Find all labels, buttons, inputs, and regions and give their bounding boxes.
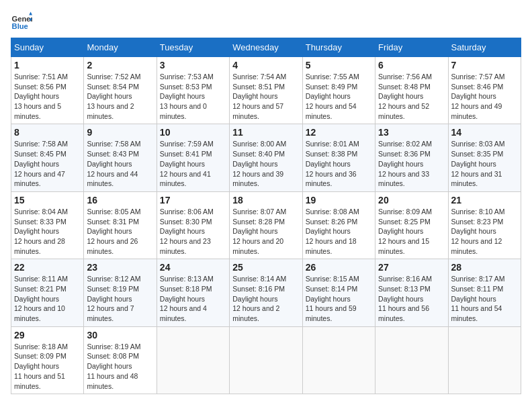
- calendar-cell: 28 Sunrise: 8:17 AM Sunset: 8:11 PM Dayl…: [448, 259, 521, 326]
- calendar-table: SundayMondayTuesdayWednesdayThursdayFrid…: [11, 38, 521, 394]
- calendar-cell: [157, 326, 229, 394]
- day-number: 21: [451, 195, 518, 205]
- day-number: 26: [306, 262, 372, 273]
- day-number: 24: [160, 262, 226, 273]
- logo-icon: General Blue: [11, 11, 32, 32]
- day-number: 2: [87, 60, 153, 71]
- day-number: 25: [232, 262, 299, 273]
- calendar-cell: 26 Sunrise: 8:15 AM Sunset: 8:14 PM Dayl…: [302, 259, 375, 326]
- calendar-cell: 24 Sunrise: 8:13 AM Sunset: 8:18 PM Dayl…: [157, 259, 229, 326]
- day-info: Sunrise: 7:55 AM Sunset: 8:49 PM Dayligh…: [306, 72, 372, 121]
- day-number: 12: [306, 127, 372, 138]
- day-info: Sunrise: 8:10 AM Sunset: 8:23 PM Dayligh…: [451, 207, 518, 256]
- calendar-cell: 17 Sunrise: 8:06 AM Sunset: 8:30 PM Dayl…: [157, 191, 229, 259]
- weekday-header-row: SundayMondayTuesdayWednesdayThursdayFrid…: [11, 38, 521, 57]
- week-row-3: 15 Sunrise: 8:04 AM Sunset: 8:33 PM Dayl…: [11, 191, 521, 259]
- day-number: 20: [378, 195, 445, 205]
- calendar-cell: [448, 326, 521, 394]
- day-number: 8: [14, 127, 81, 138]
- day-number: 27: [378, 262, 445, 273]
- day-number: 29: [14, 330, 81, 340]
- calendar-cell: 21 Sunrise: 8:10 AM Sunset: 8:23 PM Dayl…: [448, 191, 521, 259]
- calendar-cell: [230, 326, 302, 394]
- day-info: Sunrise: 8:14 AM Sunset: 8:16 PM Dayligh…: [232, 274, 299, 323]
- day-info: Sunrise: 7:51 AM Sunset: 8:56 PM Dayligh…: [14, 72, 81, 121]
- day-number: 14: [451, 127, 518, 138]
- calendar-cell: 5 Sunrise: 7:55 AM Sunset: 8:49 PM Dayli…: [302, 57, 375, 124]
- weekday-header-saturday: Saturday: [448, 38, 521, 57]
- day-info: Sunrise: 8:09 AM Sunset: 8:25 PM Dayligh…: [378, 207, 445, 256]
- logo: General Blue: [11, 11, 35, 32]
- day-number: 3: [160, 60, 226, 71]
- day-info: Sunrise: 7:56 AM Sunset: 8:48 PM Dayligh…: [378, 72, 445, 121]
- day-number: 4: [232, 60, 299, 71]
- svg-text:General: General: [12, 15, 32, 23]
- weekday-header-tuesday: Tuesday: [157, 38, 229, 57]
- day-number: 15: [14, 195, 81, 205]
- week-row-4: 22 Sunrise: 8:11 AM Sunset: 8:21 PM Dayl…: [11, 259, 521, 326]
- day-info: Sunrise: 7:57 AM Sunset: 8:46 PM Dayligh…: [451, 72, 518, 121]
- day-info: Sunrise: 8:05 AM Sunset: 8:31 PM Dayligh…: [87, 207, 153, 256]
- svg-marker-2: [29, 12, 32, 15]
- day-info: Sunrise: 8:15 AM Sunset: 8:14 PM Dayligh…: [306, 274, 372, 323]
- week-row-1: 1 Sunrise: 7:51 AM Sunset: 8:56 PM Dayli…: [11, 57, 521, 124]
- week-row-2: 8 Sunrise: 7:58 AM Sunset: 8:45 PM Dayli…: [11, 124, 521, 191]
- day-info: Sunrise: 7:58 AM Sunset: 8:45 PM Dayligh…: [14, 139, 81, 188]
- day-number: 17: [160, 195, 226, 205]
- day-info: Sunrise: 8:08 AM Sunset: 8:26 PM Dayligh…: [306, 207, 372, 256]
- day-number: 9: [87, 127, 153, 138]
- svg-text:Blue: Blue: [12, 22, 28, 30]
- calendar-cell: 12 Sunrise: 8:01 AM Sunset: 8:38 PM Dayl…: [302, 124, 375, 191]
- day-number: 23: [87, 262, 153, 273]
- day-number: 18: [232, 195, 299, 205]
- calendar-cell: 27 Sunrise: 8:16 AM Sunset: 8:13 PM Dayl…: [375, 259, 448, 326]
- calendar-cell: 2 Sunrise: 7:52 AM Sunset: 8:54 PM Dayli…: [84, 57, 157, 124]
- calendar-cell: 8 Sunrise: 7:58 AM Sunset: 8:45 PM Dayli…: [11, 124, 84, 191]
- weekday-header-wednesday: Wednesday: [230, 38, 302, 57]
- day-number: 1: [14, 60, 81, 71]
- day-number: 11: [232, 127, 299, 138]
- weekday-header-sunday: Sunday: [11, 38, 84, 57]
- day-number: 30: [87, 330, 153, 340]
- calendar-cell: 6 Sunrise: 7:56 AM Sunset: 8:48 PM Dayli…: [375, 57, 448, 124]
- day-info: Sunrise: 7:59 AM Sunset: 8:41 PM Dayligh…: [160, 139, 226, 188]
- day-info: Sunrise: 7:58 AM Sunset: 8:43 PM Dayligh…: [87, 139, 153, 188]
- calendar-cell: 23 Sunrise: 8:12 AM Sunset: 8:19 PM Dayl…: [84, 259, 157, 326]
- calendar-cell: 22 Sunrise: 8:11 AM Sunset: 8:21 PM Dayl…: [11, 259, 84, 326]
- calendar-cell: 1 Sunrise: 7:51 AM Sunset: 8:56 PM Dayli…: [11, 57, 84, 124]
- day-info: Sunrise: 8:18 AM Sunset: 8:09 PM Dayligh…: [14, 342, 81, 391]
- day-info: Sunrise: 8:11 AM Sunset: 8:21 PM Dayligh…: [14, 274, 81, 323]
- week-row-5: 29 Sunrise: 8:18 AM Sunset: 8:09 PM Dayl…: [11, 326, 521, 394]
- calendar-cell: 18 Sunrise: 8:07 AM Sunset: 8:28 PM Dayl…: [230, 191, 302, 259]
- day-info: Sunrise: 7:53 AM Sunset: 8:53 PM Dayligh…: [160, 72, 226, 121]
- day-info: Sunrise: 8:03 AM Sunset: 8:35 PM Dayligh…: [451, 139, 518, 188]
- day-info: Sunrise: 8:07 AM Sunset: 8:28 PM Dayligh…: [232, 207, 299, 256]
- calendar-cell: 15 Sunrise: 8:04 AM Sunset: 8:33 PM Dayl…: [11, 191, 84, 259]
- weekday-header-thursday: Thursday: [302, 38, 375, 57]
- calendar-cell: 7 Sunrise: 7:57 AM Sunset: 8:46 PM Dayli…: [448, 57, 521, 124]
- calendar-cell: 20 Sunrise: 8:09 AM Sunset: 8:25 PM Dayl…: [375, 191, 448, 259]
- day-number: 6: [378, 60, 445, 71]
- day-info: Sunrise: 8:19 AM Sunset: 8:08 PM Dayligh…: [87, 342, 153, 391]
- day-info: Sunrise: 8:02 AM Sunset: 8:36 PM Dayligh…: [378, 139, 445, 188]
- day-number: 16: [87, 195, 153, 205]
- day-info: Sunrise: 8:01 AM Sunset: 8:38 PM Dayligh…: [306, 139, 372, 188]
- day-info: Sunrise: 7:52 AM Sunset: 8:54 PM Dayligh…: [87, 72, 153, 121]
- day-number: 10: [160, 127, 226, 138]
- day-info: Sunrise: 8:04 AM Sunset: 8:33 PM Dayligh…: [14, 207, 81, 256]
- day-number: 13: [378, 127, 445, 138]
- calendar-cell: 16 Sunrise: 8:05 AM Sunset: 8:31 PM Dayl…: [84, 191, 157, 259]
- day-info: Sunrise: 8:17 AM Sunset: 8:11 PM Dayligh…: [451, 274, 518, 323]
- calendar-cell: 19 Sunrise: 8:08 AM Sunset: 8:26 PM Dayl…: [302, 191, 375, 259]
- weekday-header-monday: Monday: [84, 38, 157, 57]
- calendar-cell: 14 Sunrise: 8:03 AM Sunset: 8:35 PM Dayl…: [448, 124, 521, 191]
- calendar-cell: [302, 326, 375, 394]
- day-info: Sunrise: 7:54 AM Sunset: 8:51 PM Dayligh…: [232, 72, 299, 121]
- day-number: 19: [306, 195, 372, 205]
- day-number: 22: [14, 262, 81, 273]
- day-info: Sunrise: 8:13 AM Sunset: 8:18 PM Dayligh…: [160, 274, 226, 323]
- calendar-cell: 4 Sunrise: 7:54 AM Sunset: 8:51 PM Dayli…: [230, 57, 302, 124]
- calendar-cell: 29 Sunrise: 8:18 AM Sunset: 8:09 PM Dayl…: [11, 326, 84, 394]
- weekday-header-friday: Friday: [375, 38, 448, 57]
- day-info: Sunrise: 8:06 AM Sunset: 8:30 PM Dayligh…: [160, 207, 226, 256]
